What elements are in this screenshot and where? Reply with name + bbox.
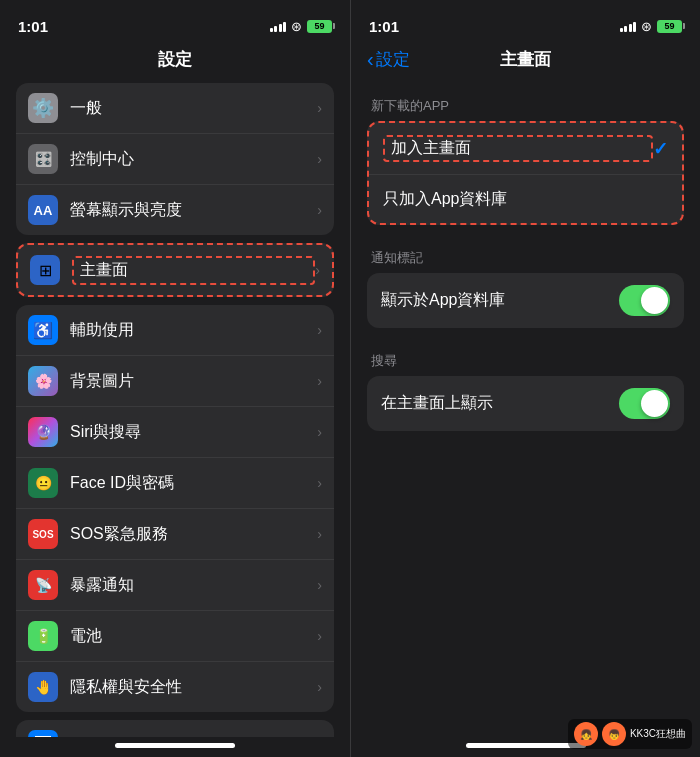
status-bar-right: 1:01 ⊛ 59: [351, 0, 700, 44]
sidebar-item-appstore[interactable]: 🅰 App Store ›: [16, 720, 334, 737]
sos-label: SOS緊急服務: [70, 524, 317, 545]
siri-label: Siri與搜尋: [70, 422, 317, 443]
page-title-right: 主畫面: [500, 48, 551, 71]
sidebar-item-faceid[interactable]: 😐 Face ID與密碼 ›: [16, 458, 334, 509]
watermark-text: KK3C狂想曲: [630, 727, 686, 741]
show-home-toggle[interactable]: [619, 388, 670, 419]
home-screen-icon: ⊞: [30, 255, 60, 285]
watermark-avatar2: 👦: [602, 722, 626, 746]
option-show-app-library[interactable]: 顯示於App資料庫: [367, 273, 684, 328]
privacy-icon: 🤚: [28, 672, 58, 702]
option-show-home[interactable]: 在主畫面上顯示: [367, 376, 684, 431]
left-panel: 1:01 ⊛ 59 設定 ⚙️ 一般 › 🎛️: [0, 0, 350, 757]
signal-icon-right: [620, 20, 637, 32]
sidebar-item-wallpaper[interactable]: 🌸 背景圖片 ›: [16, 356, 334, 407]
sidebar-item-privacy[interactable]: 🤚 隱私權與安全性 ›: [16, 662, 334, 712]
back-button[interactable]: ‹ 設定: [367, 48, 410, 71]
battery-label: 電池: [70, 626, 317, 647]
wifi-icon: ⊛: [291, 19, 302, 34]
wallpaper-label: 背景圖片: [70, 371, 317, 392]
page-title-left: 設定: [0, 44, 350, 83]
chevron-icon: ›: [317, 424, 322, 440]
display-icon: AA: [28, 195, 58, 225]
sidebar-item-exposure[interactable]: 📡 暴露通知 ›: [16, 560, 334, 611]
chevron-icon: ›: [317, 475, 322, 491]
chevron-icon: ›: [317, 151, 322, 167]
sidebar-item-control-center[interactable]: 🎛️ 控制中心 ›: [16, 134, 334, 185]
settings-group-appstore: 🅰 App Store › 💳 錢包與Apple Pay ›: [16, 720, 334, 737]
sidebar-item-siri[interactable]: 🔮 Siri與搜尋 ›: [16, 407, 334, 458]
privacy-label: 隱私權與安全性: [70, 677, 317, 698]
sidebar-item-home-screen[interactable]: ⊞ 主畫面 ›: [18, 245, 332, 295]
back-label: 設定: [376, 48, 410, 71]
option-add-library[interactable]: 只加入App資料庫: [369, 175, 682, 223]
watermark-avatar: 👧: [574, 722, 598, 746]
check-icon: ✓: [653, 138, 668, 160]
settings-list: ⚙️ 一般 › 🎛️ 控制中心 › AA 螢幕顯示與亮度 › ⊞ 主畫面 ›: [0, 83, 350, 737]
add-library-label: 只加入App資料庫: [383, 189, 668, 210]
status-bar-left: 1:01 ⊛ 59: [0, 0, 350, 44]
accessibility-icon: ♿: [28, 315, 58, 345]
exposure-label: 暴露通知: [70, 575, 317, 596]
chevron-icon: ›: [317, 526, 322, 542]
battery-icon: 59: [307, 20, 332, 33]
chevron-icon: ›: [317, 373, 322, 389]
siri-icon: 🔮: [28, 417, 58, 447]
sidebar-item-general[interactable]: ⚙️ 一般 ›: [16, 83, 334, 134]
time-right: 1:01: [369, 18, 399, 35]
show-app-library-toggle[interactable]: [619, 285, 670, 316]
display-label: 螢幕顯示與亮度: [70, 200, 317, 221]
option-add-home[interactable]: 加入主畫面 ✓: [369, 123, 682, 175]
section-header-search: 搜尋: [367, 336, 684, 376]
show-app-library-label: 顯示於App資料庫: [381, 290, 619, 311]
settings-group-home: ⊞ 主畫面 ›: [16, 243, 334, 297]
status-icons-right: ⊛ 59: [620, 19, 683, 34]
chevron-icon: ›: [317, 628, 322, 644]
notification-badge-options: 顯示於App資料庫: [367, 273, 684, 328]
new-apps-options: 加入主畫面 ✓ 只加入App資料庫: [367, 121, 684, 225]
wallpaper-icon: 🌸: [28, 366, 58, 396]
home-screen-label: 主畫面: [72, 256, 315, 285]
exposure-icon: 📡: [28, 570, 58, 600]
control-center-label: 控制中心: [70, 149, 317, 170]
right-panel: 1:01 ⊛ 59 ‹ 設定 主畫面 新下載的APP 加入主畫面: [350, 0, 700, 757]
watermark: 👧 👦 KK3C狂想曲: [568, 719, 692, 749]
home-indicator-left: [0, 737, 350, 757]
section-header-notification-badge: 通知標記: [367, 233, 684, 273]
sidebar-item-accessibility[interactable]: ♿ 輔助使用 ›: [16, 305, 334, 356]
sidebar-item-sos[interactable]: SOS SOS緊急服務 ›: [16, 509, 334, 560]
sidebar-item-display[interactable]: AA 螢幕顯示與亮度 ›: [16, 185, 334, 235]
show-home-label: 在主畫面上顯示: [381, 393, 619, 414]
faceid-icon: 😐: [28, 468, 58, 498]
appstore-icon: 🅰: [28, 730, 58, 737]
add-home-label: 加入主畫面: [383, 135, 653, 162]
control-center-icon: 🎛️: [28, 144, 58, 174]
chevron-icon: ›: [317, 322, 322, 338]
sidebar-item-battery[interactable]: 🔋 電池 ›: [16, 611, 334, 662]
settings-group-1: ⚙️ 一般 › 🎛️ 控制中心 › AA 螢幕顯示與亮度 ›: [16, 83, 334, 235]
chevron-icon: ›: [317, 202, 322, 218]
signal-icon: [270, 20, 287, 32]
nav-bar: ‹ 設定 主畫面: [351, 44, 700, 81]
battery-icon-right: 59: [657, 20, 682, 33]
chevron-icon: ›: [317, 679, 322, 695]
faceid-label: Face ID與密碼: [70, 473, 317, 494]
home-bar: [115, 743, 235, 748]
chevron-icon: ›: [317, 100, 322, 116]
settings-group-3: ♿ 輔助使用 › 🌸 背景圖片 › 🔮 Siri與搜尋 › 😐 Face ID與…: [16, 305, 334, 712]
general-label: 一般: [70, 98, 317, 119]
search-options: 在主畫面上顯示: [367, 376, 684, 431]
accessibility-label: 輔助使用: [70, 320, 317, 341]
time-left: 1:01: [18, 18, 48, 35]
chevron-icon: ›: [315, 262, 320, 278]
section-header-new-apps: 新下載的APP: [367, 81, 684, 121]
wifi-icon-right: ⊛: [641, 19, 652, 34]
back-chevron-icon: ‹: [367, 48, 374, 71]
sos-icon: SOS: [28, 519, 58, 549]
chevron-icon: ›: [317, 577, 322, 593]
right-content: 新下載的APP 加入主畫面 ✓ 只加入App資料庫 通知標記 顯示於App資料庫…: [351, 81, 700, 737]
general-icon: ⚙️: [28, 93, 58, 123]
status-icons-left: ⊛ 59: [270, 19, 333, 34]
battery-settings-icon: 🔋: [28, 621, 58, 651]
